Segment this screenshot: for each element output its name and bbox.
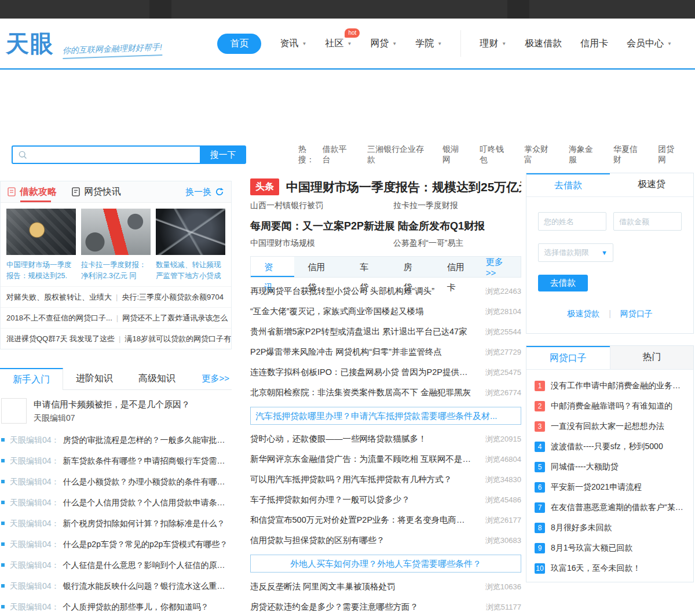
ranking-row[interactable]: 4波波借款----只要sfz，秒到5000 bbox=[535, 436, 685, 457]
article-link[interactable]: 混进裸贷QQ群7天 我发现了这些 bbox=[6, 334, 115, 343]
tab-p2p-flash-news[interactable]: 网贷快讯 bbox=[72, 181, 121, 202]
sub-link[interactable]: 拉卡拉一季度财报 bbox=[393, 201, 458, 211]
sub-link[interactable]: 中国理财市场规模 bbox=[250, 238, 393, 249]
article-title[interactable]: 贷时心动，还款傻眼——一些网络贷款猫腻多！ bbox=[250, 433, 427, 444]
search-input[interactable] bbox=[27, 147, 200, 163]
hot-term[interactable]: 团贷网 bbox=[658, 144, 681, 165]
nav-item-p2p[interactable]: 网贷▼ bbox=[370, 38, 397, 50]
hot-badge: hot bbox=[345, 28, 360, 38]
name-field[interactable] bbox=[538, 212, 606, 231]
sub-link[interactable]: 山西一村镇银行被罚 bbox=[250, 201, 393, 211]
tab-beginner[interactable]: 新手入门 bbox=[0, 368, 63, 390]
ranking-row[interactable]: 7在友信普惠恶意逾期的借款客户“某某. bbox=[535, 497, 685, 517]
nav-item-wealth[interactable]: 理财▼ bbox=[480, 38, 506, 50]
article-caption[interactable]: 中国理财市场一季度报告：规模达到25. bbox=[6, 260, 76, 284]
list-item[interactable]: 天眼编辑04：什么是p2p车贷？常见的p2p车贷模式有哪些？ bbox=[0, 534, 232, 555]
weekly-headline[interactable]: 每周要闻：又一立案P2P新进展 陆金所发布Q1财报 bbox=[250, 219, 521, 233]
headline-title[interactable]: 中国理财市场一季度报告：规模达到25万亿元 bbox=[286, 179, 521, 195]
article-title[interactable]: 房贷还款违约金是多少？需要注意哪些方面？ bbox=[250, 602, 418, 613]
list-item[interactable]: 天眼编辑04：新个税房贷扣除如何计算？扣除标准是什么？ bbox=[0, 513, 232, 534]
logo[interactable]: 天眼 bbox=[6, 28, 54, 60]
feature-article[interactable]: 数量锐减、转让频现 严监管下地方小贷成 bbox=[156, 209, 225, 284]
p2p-products-link[interactable]: 网贷口子 bbox=[620, 309, 653, 318]
nav-item-member-center[interactable]: 会员中心▼ bbox=[627, 38, 672, 50]
tab-apply-loan[interactable]: 去借款 bbox=[526, 173, 610, 196]
list-item[interactable]: 天眼编辑04：什么是个人信用贷款？个人信用贷款申请条件是. bbox=[0, 492, 232, 513]
article-link[interactable]: 满18岁就可以贷款的网贷口子有 bbox=[125, 334, 231, 343]
ranking-row[interactable]: 6平安新一贷2021申请流程 bbox=[535, 477, 685, 497]
more-link[interactable]: 更多>> bbox=[202, 373, 229, 384]
list-item[interactable]: 天眼编辑04：银行流水能反映什么问题？银行流水这么重要吗. bbox=[0, 575, 232, 596]
tab-hot[interactable]: 热门 bbox=[610, 346, 694, 369]
article-link[interactable]: 网贷还不上了轰炸通讯录该怎么 bbox=[122, 314, 228, 322]
loan-term-select[interactable]: 选择借款期限 ▼ bbox=[538, 243, 613, 262]
promo-link[interactable]: 汽车抵押贷款哪里办理？申请汽车抵押贷款需要哪些条件及材... bbox=[250, 407, 521, 425]
promo-link[interactable]: 外地人买车如何办理？外地人车贷需要哪些条件？ bbox=[250, 555, 521, 573]
flash-loan-link[interactable]: 极速贷款 bbox=[567, 309, 599, 318]
tab-mortgage[interactable]: 房贷 bbox=[390, 257, 433, 277]
ranking-row[interactable]: 3一直没有回款大家一起想想办法 bbox=[535, 416, 685, 436]
article-title[interactable]: P2P爆雷带来风险冲击 网贷机构“归零”并非监管终点 bbox=[250, 347, 442, 358]
hot-term[interactable]: 华夏信财 bbox=[613, 144, 644, 165]
brand[interactable]: 天眼 你的互联网金融理财好帮手! bbox=[6, 28, 162, 60]
nav-item-academy[interactable]: 学院▼ bbox=[415, 38, 442, 50]
more-link[interactable]: 更多>> bbox=[486, 257, 513, 278]
tab-intermediate[interactable]: 进阶知识 bbox=[63, 368, 126, 390]
article-title[interactable]: “互金大佬”覆灭记，家族式商业帝国楼起又楼塌 bbox=[250, 306, 424, 317]
apply-loan-button[interactable]: 去借款 bbox=[538, 275, 588, 291]
featured-title[interactable]: 申请信用卡频频被拒，是不是几个原因？ bbox=[34, 398, 190, 411]
tab-car-loan[interactable]: 车贷 bbox=[346, 257, 390, 277]
tab-p2p-products[interactable]: 网贷口子 bbox=[526, 346, 610, 369]
tab-news[interactable]: 资讯 bbox=[251, 257, 294, 277]
article-title[interactable]: 北京朝阳检察院：非法集资类案件数居高不下 金融犯罪黑灰 bbox=[250, 387, 471, 398]
list-item[interactable]: 天眼编辑04：房贷的审批流程是怎样的？一般多久能审批下来. bbox=[0, 429, 232, 450]
search-button[interactable]: 搜一下 bbox=[200, 145, 246, 164]
ranking-row[interactable]: 10玖富16天，至今未回款！ bbox=[535, 558, 685, 578]
feature-article[interactable]: 拉卡拉一季度财报：净利润2.3亿元 同 bbox=[81, 209, 151, 284]
tab-loan-strategy[interactable]: 借款攻略 bbox=[8, 181, 57, 202]
ranking-row[interactable]: 88月很好多未回款 bbox=[535, 517, 685, 538]
ranking-row[interactable]: 5同城借----大额助贷 bbox=[535, 457, 685, 477]
hot-term[interactable]: 三湘银行企业存款 bbox=[367, 144, 429, 165]
article-link[interactable]: 2018不上不查征信的网贷口子... bbox=[6, 314, 112, 322]
tab-credit-card[interactable]: 信用卡 bbox=[434, 257, 486, 277]
article-caption[interactable]: 拉卡拉一季度财报：净利润2.3亿元 同 bbox=[81, 260, 151, 284]
tab-flash-loan[interactable]: 极速贷 bbox=[610, 173, 693, 196]
article-title[interactable]: 车子抵押贷款如何办理？一般可以贷多少？ bbox=[250, 494, 410, 505]
nav-item-fast-loan[interactable]: 极速借款 bbox=[525, 38, 562, 50]
refresh-button[interactable]: 换一换 bbox=[185, 187, 224, 198]
sub-link[interactable]: 公募盈利“一哥”易主 bbox=[393, 238, 463, 249]
list-item[interactable]: 天眼编辑04：个人征信是什么意思？影响到个人征信的原因是. bbox=[0, 555, 232, 575]
list-item[interactable]: 天眼编辑04：个人质押贷款的那些事儿，你都知道吗？ bbox=[0, 596, 232, 616]
hot-term[interactable]: 银湖网 bbox=[442, 144, 466, 165]
nav-item-home[interactable]: 首页 bbox=[217, 34, 261, 54]
article-title[interactable]: 信用贷款与担保贷款的区别有哪些？ bbox=[250, 535, 385, 546]
hot-term[interactable]: 叮咚钱包 bbox=[480, 144, 510, 165]
article-title[interactable]: 连连数字拟科创板IPO：已接盘网易小贷 曾因为P2P提供服... bbox=[250, 367, 471, 378]
tab-credit-loan[interactable]: 信用贷 bbox=[294, 257, 346, 277]
amount-field[interactable] bbox=[613, 212, 682, 231]
featured-item[interactable]: 申请信用卡频频被拒，是不是几个原因？ 天眼编辑07 bbox=[0, 390, 232, 427]
article-title[interactable]: 可以用汽车抵押贷款吗？用汽车抵押贷款有几种方式？ bbox=[250, 474, 452, 485]
article-title[interactable]: 新华网评京东金融借贷广告：为流量不顾吃相 互联网不是垃. bbox=[250, 454, 471, 465]
article-link[interactable]: 对赌失败、股权被转让、业绩大 bbox=[6, 293, 112, 301]
ranking-row[interactable]: 98月1号玖富大额已回款 bbox=[535, 538, 685, 558]
nav-item-credit-card[interactable]: 信用卡 bbox=[580, 38, 608, 50]
article-title[interactable]: 和信贷宣布500万元对价处置P2P业务：将更名变身电商公... bbox=[250, 515, 471, 526]
ranking-row[interactable]: 1没有工作申请中邮消费金融的业务能... bbox=[535, 376, 685, 396]
hot-term[interactable]: 海象金服 bbox=[569, 144, 599, 165]
feature-article[interactable]: 中国理财市场一季度报告：规模达到25. bbox=[6, 209, 76, 284]
nav-item-community[interactable]: 社区▼hot bbox=[325, 38, 352, 50]
ranking-row[interactable]: 2中邮消费金融靠谱吗？有谁知道的 bbox=[535, 396, 685, 416]
nav-item-news[interactable]: 资讯▼ bbox=[280, 38, 306, 50]
article-title[interactable]: 贵州省新增5家P2P转型或清盘退出 累计退出平台已达47家 bbox=[250, 326, 467, 337]
list-item[interactable]: 天眼编辑04：新车贷款条件有哪些？申请招商银行车贷需要的. bbox=[0, 450, 232, 471]
hot-term[interactable]: 借款平台 bbox=[323, 144, 353, 165]
hot-term[interactable]: 掌众财富 bbox=[524, 144, 555, 165]
article-title[interactable]: 再现网贷平台获批转型小贷公司 头部机构难“调头” bbox=[250, 286, 434, 297]
list-item[interactable]: 天眼编辑04：什么是小额贷款？办理小额贷款的条件有哪些？ bbox=[0, 471, 232, 492]
article-caption[interactable]: 数量锐减、转让频现 严监管下地方小贷成 bbox=[156, 260, 225, 284]
tab-advanced[interactable]: 高级知识 bbox=[126, 368, 188, 390]
article-link[interactable]: 央行:三季度小额贷款余额9704 bbox=[122, 293, 224, 301]
article-title[interactable]: 违反反垄断法 阿里阅文丰巢被顶格处罚 bbox=[250, 581, 396, 592]
